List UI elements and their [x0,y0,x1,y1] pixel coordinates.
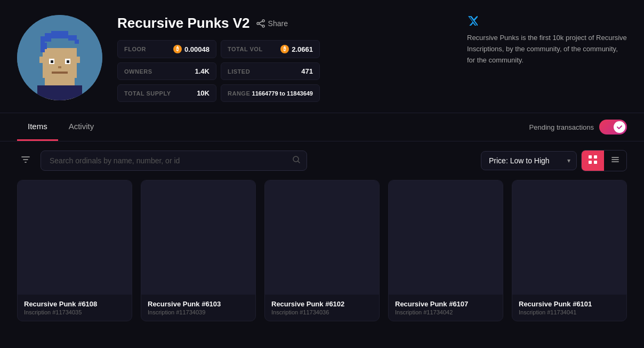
item-card-info: Recursive Punk #6108 Inscription #117340… [18,295,132,321]
pending-label: Pending transactions [529,123,594,131]
share-button[interactable]: Share [256,19,288,28]
filter-icon [20,154,31,165]
item-card-image [512,180,626,295]
total-vol-value: ₿ 2.0661 [280,45,313,53]
items-grid: Recursive Punk #6108 Inscription #117340… [0,180,644,334]
item-card[interactable]: Recursive Punk #6107 Inscription #117340… [388,180,503,321]
item-card-image [265,180,379,295]
svg-point-21 [262,25,264,27]
item-card-inscription: Inscription #11734042 [395,309,496,315]
svg-point-20 [257,22,259,25]
grid-view-button[interactable] [582,151,604,171]
svg-rect-17 [76,57,80,63]
item-card-inscription: Inscription #11734041 [519,309,620,315]
view-toggle [581,150,627,171]
description-text: Recursive Punks is the first 10k project… [467,33,627,66]
item-card-inscription: Inscription #11734035 [24,309,125,315]
search-bar: Price: Low to High Price: High to Low Re… [0,141,644,180]
item-card-inscription: Inscription #11734039 [148,309,249,315]
pending-toggle[interactable] [599,120,627,135]
svg-rect-16 [39,57,44,63]
share-icon [256,19,265,28]
tabs-row: Items Activity Pending transactions [0,113,644,141]
svg-point-19 [262,20,264,22]
floor-value: ₿ 0.00048 [173,45,210,53]
svg-rect-28 [594,161,597,164]
stat-owners: OWNERS 1.4K [117,62,216,80]
svg-rect-8 [43,43,47,49]
svg-line-22 [259,21,262,23]
item-card-name: Recursive Punk #6103 [148,300,249,308]
item-card[interactable]: Recursive Punk #6103 Inscription #117340… [141,180,256,321]
item-card-name: Recursive Punk #6107 [395,300,496,308]
svg-line-23 [259,24,262,26]
filter-button[interactable] [17,151,34,171]
btc-icon-vol: ₿ [280,45,289,53]
svg-rect-4 [45,33,51,42]
svg-rect-15 [53,74,66,75]
search-icon [292,155,301,166]
item-card-info: Recursive Punk #6107 Inscription #117340… [389,295,503,321]
collection-avatar [17,15,102,100]
item-card-info: Recursive Punk #6101 Inscription #117340… [512,295,626,321]
stats-grid: FLOOR ₿ 0.00048 TOTAL VOL ₿ 2.0661 OWNER… [117,40,320,102]
item-card-name: Recursive Punk #6101 [519,300,620,308]
btc-icon-floor: ₿ [173,45,182,53]
tab-activity[interactable]: Activity [58,113,105,141]
collection-header: Recursive Punks V2 Share FLOOR ₿ 0.00048 [0,0,644,113]
stat-total-supply: TOTAL SUPPLY 10K [117,84,216,102]
grid-icon [588,155,598,164]
toggle-check-icon [616,124,623,130]
item-card-name: Recursive Punk #6102 [271,300,373,308]
item-card-info: Recursive Punk #6103 Inscription #117340… [141,295,255,321]
item-card[interactable]: Recursive Punk #6101 Inscription #117340… [512,180,627,321]
item-card-image [18,180,132,295]
item-card[interactable]: Recursive Punk #6108 Inscription #117340… [17,180,132,321]
item-card-info: Recursive Punk #6102 Inscription #117340… [265,295,379,321]
sort-select[interactable]: Price: Low to High Price: High to Low Re… [481,151,577,170]
toggle-knob [614,121,625,133]
title-row: Recursive Punks V2 Share [117,15,431,31]
svg-rect-12 [67,60,69,63]
svg-rect-11 [51,60,53,63]
stat-total-vol: TOTAL VOL ₿ 2.0661 [221,40,320,58]
item-card[interactable]: Recursive Punk #6102 Inscription #117340… [264,180,380,321]
svg-rect-13 [58,66,61,68]
tabs: Items Activity [17,113,104,141]
svg-rect-25 [589,155,592,159]
stat-floor: FLOOR ₿ 0.00048 [117,40,216,58]
sort-select-wrap: Price: Low to High Price: High to Low Re… [481,151,577,170]
pending-transactions-row: Pending transactions [529,120,627,135]
svg-rect-18 [37,85,82,100]
svg-rect-27 [589,161,592,164]
svg-rect-14 [52,72,68,74]
item-card-inscription: Inscription #11734036 [271,309,373,315]
collection-info: Recursive Punks V2 Share FLOOR ₿ 0.00048 [117,15,431,102]
sort-wrap: Price: Low to High Price: High to Low Re… [481,150,627,171]
item-card-name: Recursive Punk #6108 [24,300,125,308]
stat-range: RANGE 11664779 to 11843649 [221,84,320,102]
stat-listed: LISTED 471 [221,62,320,80]
list-icon [610,155,620,164]
search-input[interactable] [41,151,307,171]
list-view-button[interactable] [604,151,626,171]
twitter-icon[interactable] [467,15,627,28]
svg-rect-5 [51,31,68,38]
tab-items[interactable]: Items [17,113,58,141]
item-card-image [141,180,255,295]
item-card-image [389,180,503,295]
svg-rect-26 [594,155,597,159]
collection-title: Recursive Punks V2 [117,15,250,31]
search-input-wrap [41,151,307,171]
avatar-image [17,15,102,100]
collection-description: Recursive Punks is the first 10k project… [446,15,627,66]
svg-rect-7 [75,39,79,44]
